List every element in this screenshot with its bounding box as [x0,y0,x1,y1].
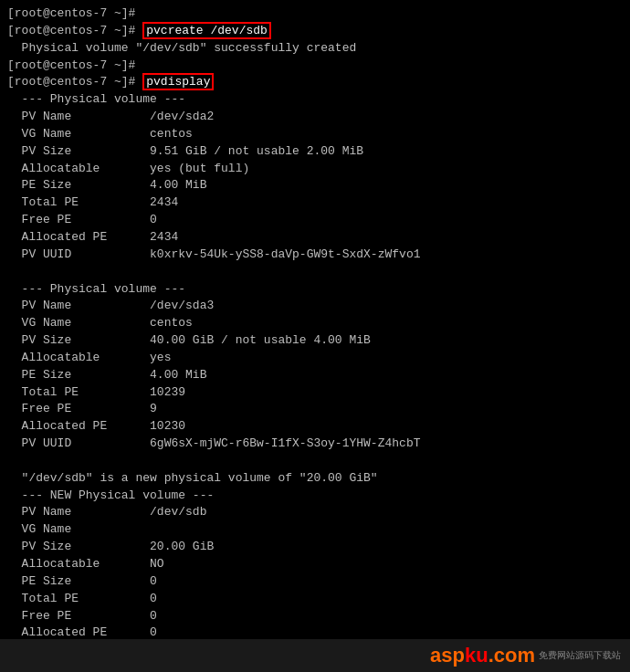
logo-ku: ku [465,644,488,667]
terminal-line: VG Name centos [7,126,623,143]
terminal-line: Allocatable yes (but full) [7,161,623,178]
terminal-line: Free PE 0 [7,212,623,229]
terminal-line: PV UUID 6gW6sX-mjWC-r6Bw-I1fX-S3oy-1YHW-… [7,436,623,453]
terminal-line: [root@centos-7 ~]# pvdisplay [7,74,623,91]
terminal-line: Allocated PE 10230 [7,418,623,436]
terminal-line: Free PE 9 [7,401,623,418]
terminal-line: PV Name /dev/sda2 [7,109,623,126]
terminal-line [7,264,623,281]
bottom-bar: aspku.com 免费网站源码下载站 [0,639,630,672]
terminal-line: PE Size 0 [7,573,623,591]
terminal-line: [root@centos-7 ~]# pvcreate /dev/sdb [7,23,623,40]
terminal-line: Physical volume "/dev/sdb" successfully … [7,40,623,58]
terminal-line: "/dev/sdb" is a new physical volume of "… [7,470,623,488]
terminal-line: VG Name centos [7,315,623,332]
terminal-line: --- NEW Physical volume --- [7,488,623,505]
terminal-line: Free PE 0 [7,608,623,625]
terminal-line: PV Size 20.00 GiB [7,539,623,556]
terminal-line: PE Size 4.00 MiB [7,367,623,384]
terminal-line: Allocatable NO [7,556,623,573]
terminal-line: Total PE 2434 [7,194,623,212]
terminal-line: PV Size 9.51 GiB / not usable 2.00 MiB [7,143,623,161]
terminal-line: PV Size 40.00 GiB / not usable 4.00 MiB [7,332,623,350]
terminal-line: PE Size 4.00 MiB [7,177,623,194]
terminal: [root@centos-7 ~]#[root@centos-7 ~]# pvc… [0,0,630,639]
terminal-line [7,453,623,470]
terminal-line: Total PE 0 [7,591,623,608]
logo-asp: asp [430,644,465,667]
terminal-line: Allocatable yes [7,350,623,367]
terminal-line: [root@centos-7 ~]# [7,5,623,23]
aspku-logo: aspku.com [430,644,535,667]
terminal-line: Allocated PE 0 [7,625,623,639]
terminal-line: Allocated PE 2434 [7,229,623,247]
logo-com: com [494,644,535,667]
terminal-line: PV UUID k0xrkv-54Uk-ySS8-daVp-GW9t-SxdX-… [7,247,623,264]
terminal-line: [root@centos-7 ~]# [7,58,623,75]
terminal-line: VG Name [7,521,623,539]
terminal-line: PV Name /dev/sdb [7,504,623,521]
terminal-line: Total PE 10239 [7,384,623,402]
terminal-line: PV Name /dev/sda3 [7,298,623,315]
terminal-line: --- Physical volume --- [7,91,623,109]
logo-subtitle: 免费网站源码下载站 [539,649,621,662]
terminal-line: --- Physical volume --- [7,281,623,299]
